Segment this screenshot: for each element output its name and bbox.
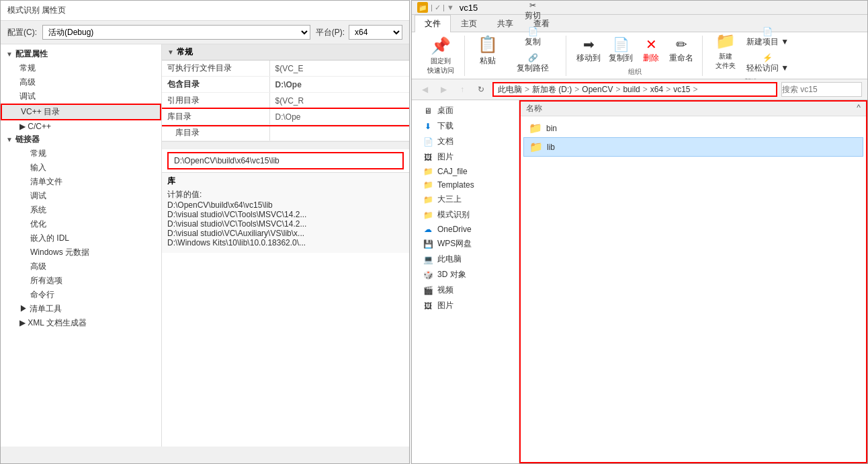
tree-arrow-c: ▶ xyxy=(19,122,28,131)
copyto-button[interactable]: 📄 复制到 xyxy=(605,34,636,66)
tree-item-c-cpp[interactable]: ▶ C/C++ xyxy=(1,120,161,132)
ribbon-quickaccess-buttons: 📌 固定到快速访问 xyxy=(423,32,459,79)
nav-item-3d[interactable]: 🎲 3D 对象 xyxy=(412,267,519,282)
nav-item-caj[interactable]: 📁 CAJ_file xyxy=(412,165,519,178)
nav-item-moshi[interactable]: 📁 模式识别 xyxy=(412,207,519,223)
tree-item-linker-advanced[interactable]: 高级 xyxy=(1,260,161,274)
moveto-button[interactable]: ➡ 移动到 xyxy=(573,34,604,66)
pin-button[interactable]: 📌 固定到快速访问 xyxy=(423,32,459,79)
nav-item-moshi-label: 模式识别 xyxy=(437,209,470,221)
tree-item-general[interactable]: 常规 xyxy=(1,61,161,75)
nav-item-thispc-label: 此电脑 xyxy=(437,254,462,265)
paste-button[interactable]: 📋 粘贴 xyxy=(472,30,504,70)
lib-path-input[interactable]: D:\OpenCV\build\x64\vc15\lib xyxy=(167,152,404,169)
tree-item-xml-gen[interactable]: ▶ XML 文档生成器 xyxy=(1,316,161,330)
file-item-bin[interactable]: 📁 bin xyxy=(523,119,863,137)
copypath-icon: 🔗 xyxy=(528,53,538,63)
path-seg-opencv: OpenCV xyxy=(582,85,613,94)
tree-item-linker-optimize[interactable]: 优化 xyxy=(1,217,161,231)
delete-icon: ✕ xyxy=(643,36,659,52)
tree-item-advanced[interactable]: 高级 xyxy=(1,75,161,89)
path-sep2: > xyxy=(574,85,579,94)
tree-item-linker-input[interactable]: 输入 xyxy=(1,161,161,175)
tree-item-config-props[interactable]: ▼ 配置属性 xyxy=(1,47,161,61)
vs-calc-line3: D:\visual studio\VC\Tools\MSVC\14.2... xyxy=(167,219,404,229)
tree-item-cmdline[interactable]: 命令行 xyxy=(1,288,161,302)
newfolder-label: 新建文件夹 xyxy=(715,52,736,71)
tree-arrow-xml: ▶ xyxy=(19,318,28,327)
refresh-button[interactable]: ↻ xyxy=(474,82,488,97)
tree-item-linker-debug[interactable]: 调试 xyxy=(1,189,161,203)
tree-arrow-manifest: ▶ xyxy=(19,304,30,313)
file-list: 📁 bin 📁 lib xyxy=(521,116,866,462)
lib-folder-icon: 📁 xyxy=(529,141,543,153)
tree-arrow-linker: ▼ xyxy=(6,136,13,143)
delete-button[interactable]: ✕ 删除 xyxy=(638,34,664,66)
tree-item-linker-idl[interactable]: 嵌入的 IDL xyxy=(1,231,161,245)
ribbon-group-organize: ➡ 移动到 📄 复制到 ✕ 删除 ✏ 重命名 组织 xyxy=(568,36,703,76)
newfolder-button[interactable]: 📁 新建文件夹 xyxy=(709,27,742,74)
nav-item-thispc[interactable]: 💻 此电脑 xyxy=(412,252,519,267)
nav-item-documents[interactable]: 📄 文档 xyxy=(412,134,519,149)
ribbon-new-buttons: 📁 新建文件夹 📄 新建项目 ▼ ⚡ 轻松访问 ▼ xyxy=(709,25,792,76)
thispc-icon: 💻 xyxy=(423,255,433,264)
wps-icon: 💾 xyxy=(423,239,433,249)
config-select[interactable]: 活动(Debug) xyxy=(42,25,310,40)
tree-item-linker-winmeta[interactable]: Windows 元数据 xyxy=(1,245,161,260)
tree-item-linker[interactable]: ▼ 链接器 xyxy=(1,132,161,147)
tree-item-linker-general[interactable]: 常规 xyxy=(1,147,161,161)
props-section-label: 常规 xyxy=(177,46,193,58)
props-val-ref: $(VC_R xyxy=(269,93,409,109)
file-item-lib-name: lib xyxy=(547,143,555,152)
horizontal-scrollbar[interactable] xyxy=(162,141,409,149)
rename-button[interactable]: ✏ 重命名 xyxy=(666,34,697,66)
nav-item-wps[interactable]: 💾 WPS网盘 xyxy=(412,236,519,252)
nav-item-pictures2-label: 图片 xyxy=(437,300,453,311)
path-seg-thispc: 此电脑 xyxy=(498,84,522,95)
tree-item-debug[interactable]: 调试 xyxy=(1,89,161,104)
tree-item-vc-dirs[interactable]: VC++ 目录 xyxy=(1,104,161,120)
downloads-icon: ⬇ xyxy=(423,122,433,131)
nav-item-pictures2[interactable]: 🖼 图片 xyxy=(412,298,519,313)
nav-item-desktop[interactable]: 🖥 桌面 xyxy=(412,103,519,118)
vs-calc-line2: D:\visual studio\VC\Tools\MSVC\14.2... xyxy=(167,210,404,219)
platform-select[interactable]: x64 xyxy=(349,25,402,40)
up-button[interactable]: ↑ xyxy=(455,82,470,97)
copy-button[interactable]: 📄 复制 xyxy=(505,25,560,50)
tree-item-manifest-tools[interactable]: ▶ 清单工具 xyxy=(1,302,161,316)
file-list-container: 名称 ^ 📁 bin 📁 lib xyxy=(519,100,867,463)
nav-item-templates[interactable]: 📁 Templates xyxy=(412,178,519,192)
tree-item-linker-system[interactable]: 系统 xyxy=(1,203,161,217)
nav-item-downloads[interactable]: ⬇ 下载 xyxy=(412,118,519,134)
tree-item-all-options[interactable]: 所有选项 xyxy=(1,274,161,288)
props-name-include: 包含目录 xyxy=(162,77,269,93)
video-icon: 🎬 xyxy=(423,286,433,295)
nav-item-onedrive[interactable]: ☁ OneDrive xyxy=(412,223,519,236)
address-bar: ◀ ▶ ↑ ↻ 此电脑 > 新加卷 (D:) > OpenCV > build … xyxy=(412,79,867,100)
file-item-lib[interactable]: 📁 lib xyxy=(523,137,863,157)
nav-item-video[interactable]: 🎬 视频 xyxy=(412,282,519,298)
moveto-label: 移动到 xyxy=(576,52,601,64)
tree-label: 配置属性 xyxy=(15,48,48,60)
props-val-include: D:\Ope xyxy=(269,77,409,93)
cut-button[interactable]: ✂ 剪切 xyxy=(505,0,560,24)
tab-file[interactable]: 文件 xyxy=(415,15,451,32)
nav-item-desktop-label: 桌面 xyxy=(437,105,453,116)
props-name-executable: 可执行行文件目录 xyxy=(162,61,269,77)
tree-item-linker-manifest[interactable]: 清单文件 xyxy=(1,175,161,189)
vs-props-panel: ▼ 常规 可执行行文件目录 $(VC_E 包含目录 D:\Ope 引用目录 $(… xyxy=(162,44,409,447)
easyaccess-button[interactable]: ⚡ 轻松访问 ▼ xyxy=(743,51,792,76)
address-path-box[interactable]: 此电脑 > 新加卷 (D:) > OpenCV > build > x64 > … xyxy=(492,82,777,97)
nav-item-dasanshang[interactable]: 📁 大三上 xyxy=(412,192,519,207)
back-button[interactable]: ◀ xyxy=(417,82,432,97)
newitem-button[interactable]: 📄 新建项目 ▼ xyxy=(743,25,792,50)
copypath-button[interactable]: 🔗 复制路径 xyxy=(505,51,560,76)
bin-folder-icon: 📁 xyxy=(529,122,542,134)
forward-button[interactable]: ▶ xyxy=(436,82,451,97)
rename-label: 重命名 xyxy=(669,52,693,64)
search-input[interactable] xyxy=(781,82,862,97)
nav-item-pictures[interactable]: 🖼 图片 xyxy=(412,149,519,165)
copyto-icon: 📄 xyxy=(613,36,629,52)
onedrive-icon: ☁ xyxy=(423,225,433,234)
props-val-executable: $(VC_E xyxy=(269,61,409,77)
